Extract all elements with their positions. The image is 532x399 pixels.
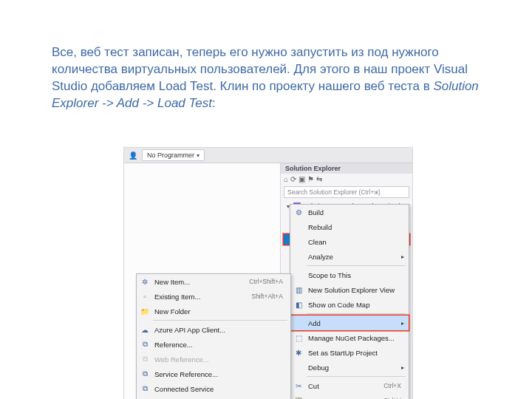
menu-separator (307, 265, 406, 266)
menu-separator (153, 320, 287, 321)
ctx-item-paste: 📋PasteCtrl+V (290, 393, 409, 399)
ctx-item-manage-nuget-packages[interactable]: ⬚Manage NuGet Packages... (290, 330, 409, 345)
menu-item-icon: 📋 (293, 397, 304, 400)
ctx-item-show-on-code-map[interactable]: ◧Show on Code Map (290, 297, 409, 312)
para-text-2: : (212, 96, 216, 110)
ctx-item-cut[interactable]: ✂CutCtrl+X (290, 378, 409, 393)
add-item-new-folder[interactable]: 📁New Folder (137, 304, 290, 318)
ctx-item-set-as-startup-project[interactable]: ✱Set as StartUp Project (290, 345, 409, 360)
menu-item-icon: ⬚ (293, 334, 304, 342)
sync-icon[interactable]: ⇆ (316, 175, 322, 183)
menu-item-label: Azure API App Client... (154, 326, 225, 334)
context-submenu-add[interactable]: ✲New Item...Ctrl+Shift+A▫Existing Item..… (136, 273, 291, 399)
add-item-web-reference: ⧉Web Reference... (137, 352, 290, 366)
search-placeholder: Search Solution Explorer (Ctrl+ж) (287, 188, 381, 196)
menu-item-label: Web Reference... (154, 355, 209, 364)
panel-title: Solution Explorer (281, 163, 412, 174)
add-item-existing-item[interactable]: ▫Existing Item...Shift+Alt+A (137, 289, 290, 304)
menu-item-label: Manage NuGet Packages... (308, 334, 395, 342)
menu-item-icon: ⧉ (140, 369, 150, 378)
menu-item-label: Cut (308, 382, 319, 390)
menu-item-icon: ▫ (140, 293, 150, 301)
ctx-item-build[interactable]: ⚙Build (290, 205, 409, 219)
collapse-icon[interactable]: ▣ (299, 175, 305, 183)
props-icon[interactable]: ⚑ (307, 175, 314, 183)
ctx-item-add[interactable]: Add (290, 316, 409, 330)
add-item-service-reference[interactable]: ⧉Service Reference... (137, 366, 290, 381)
para-text-1: Все, веб тест записан, теперь его нужно … (52, 45, 468, 93)
menu-item-label: Add (308, 319, 321, 327)
ctx-item-rebuild[interactable]: Rebuild (290, 219, 409, 234)
menu-item-icon: ⚙ (293, 208, 304, 216)
chevron-down-icon: ▾ (197, 152, 200, 159)
add-item-azure-api-app-client[interactable]: ☁Azure API App Client... (137, 322, 290, 337)
ctx-item-debug[interactable]: Debug (290, 360, 409, 375)
menu-item-icon: ▥ (293, 286, 304, 294)
menu-item-label: Service Reference... (154, 370, 218, 378)
home-icon[interactable]: ⌂ (284, 175, 288, 183)
menu-item-label: Reference... (154, 341, 193, 349)
ctx-item-new-solution-explorer-view[interactable]: ▥New Solution Explorer View (290, 282, 409, 297)
menu-item-shortcut: Ctrl+X (370, 382, 401, 389)
menu-item-label: Analyze (308, 253, 333, 261)
menu-item-label: Scope to This (308, 271, 351, 279)
programmer-dropdown[interactable]: No Programmer ▾ (142, 149, 205, 161)
menu-item-label: Debug (308, 364, 329, 372)
menu-item-icon: ⧉ (140, 340, 150, 349)
search-input[interactable]: Search Solution Explorer (Ctrl+ж) (284, 186, 409, 198)
menu-item-shortcut: Ctrl+Shift+A (236, 278, 283, 285)
add-item-reference[interactable]: ⧉Reference... (137, 337, 290, 352)
add-item-connected-service[interactable]: ⧉Connected Service (137, 381, 290, 396)
refresh-icon[interactable]: ⟳ (290, 175, 296, 183)
ctx-item-analyze[interactable]: Analyze (290, 249, 409, 264)
menu-item-label: Build (308, 208, 324, 216)
ctx-item-scope-to-this[interactable]: Scope to This (290, 267, 409, 282)
programmer-icon: 👤 (129, 151, 137, 160)
programmer-label: No Programmer (147, 151, 194, 159)
menu-separator (307, 313, 406, 314)
menu-item-label: New Folder (154, 307, 191, 316)
menu-item-shortcut: Shift+Alt+A (238, 293, 283, 300)
vs-toolbar: 👤 No Programmer ▾ (124, 148, 412, 163)
menu-item-icon: ◧ (293, 301, 304, 309)
menu-item-label: Show on Code Map (308, 301, 369, 309)
menu-item-label: Clean (308, 238, 327, 246)
menu-item-icon: ✱ (293, 349, 304, 357)
menu-item-label: New Solution Explorer View (308, 286, 395, 294)
menu-item-icon: ⧉ (140, 384, 150, 393)
menu-item-icon: ✲ (140, 278, 150, 286)
add-item-new-item[interactable]: ✲New Item...Ctrl+Shift+A (137, 274, 290, 289)
article-paragraph: Все, веб тест записан, теперь его нужно … (52, 44, 480, 112)
menu-item-label: Existing Item... (154, 293, 200, 301)
ctx-item-clean[interactable]: Clean (290, 234, 409, 249)
menu-item-label: New Item... (154, 278, 190, 286)
menu-item-label: Rebuild (308, 223, 332, 231)
menu-item-label: Connected Service (154, 385, 214, 393)
menu-separator (307, 376, 406, 377)
context-menu-project[interactable]: ⚙BuildRebuildCleanAnalyzeScope to This▥N… (290, 204, 409, 399)
panel-toolbar[interactable]: ⌂ ⟳ ▣ ⚑ ⇆ (281, 174, 412, 185)
screenshot-frame: 👤 No Programmer ▾ Solution Explorer ⌂ ⟳ … (124, 148, 412, 399)
menu-item-icon: 📁 (140, 307, 150, 316)
menu-item-label: Paste (308, 397, 326, 400)
menu-item-label: Set as StartUp Project (308, 349, 378, 357)
add-item-analyzer[interactable]: ⚗Analyzer... (137, 396, 290, 399)
menu-item-icon: ☁ (140, 326, 150, 334)
menu-item-icon: ✂ (293, 382, 304, 390)
menu-item-icon: ⧉ (140, 355, 150, 364)
